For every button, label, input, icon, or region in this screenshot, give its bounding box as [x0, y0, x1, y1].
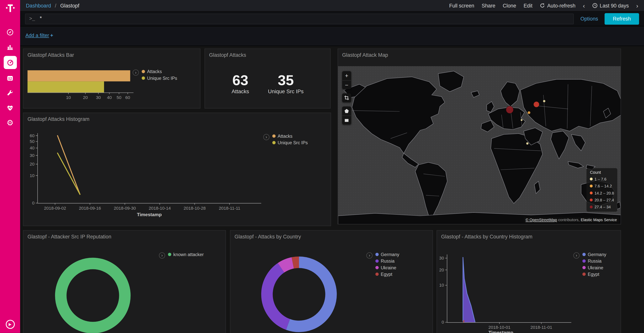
legend-item[interactable]: Ukraine: [582, 265, 606, 270]
legend-item[interactable]: 1 – 7.6: [590, 177, 614, 181]
legend-item[interactable]: Attacks: [272, 134, 308, 139]
legend-label: Russia: [381, 259, 394, 263]
filter-bar: Add a filter+: [20, 27, 644, 46]
openstreetmap-link[interactable]: © OpenStreetMap: [526, 217, 557, 222]
svg-text:30: 30: [96, 95, 101, 100]
breadcrumb-current: Glastopf: [60, 3, 79, 9]
legend-item[interactable]: Ukraine: [376, 265, 400, 270]
query-prompt-icon: >_: [29, 16, 35, 22]
svg-text:2018-10-14: 2018-10-14: [149, 206, 171, 211]
legend-item[interactable]: Attacks: [142, 69, 177, 74]
svg-text:2018-11-11: 2018-11-11: [219, 206, 240, 211]
time-forward-button[interactable]: ›: [636, 3, 638, 9]
rectangle-tool-button[interactable]: [342, 116, 351, 125]
legend-label: 14.2 – 20.8: [594, 191, 614, 195]
panel-title: Glastopf - Attacks by Country: [234, 234, 301, 240]
options-link[interactable]: Options: [580, 16, 598, 22]
sidebar-item-dashboard[interactable]: [4, 56, 17, 69]
sidebar-item-timelion[interactable]: [3, 72, 17, 84]
refresh-button[interactable]: Refresh: [605, 13, 639, 25]
legend-items: AttacksUnique Src IPs: [272, 134, 308, 145]
legend-item[interactable]: Unique Src IPs: [272, 140, 308, 145]
sidebar-item-management[interactable]: ⚙: [3, 117, 17, 128]
t-logo-icon: [5, 3, 15, 13]
sidebar-item-discover[interactable]: [3, 26, 17, 38]
full-screen-button[interactable]: Full screen: [449, 3, 474, 9]
gear-icon: ⚙: [6, 119, 14, 126]
search-input[interactable]: >_ *: [25, 14, 574, 24]
legend-item[interactable]: Egypt: [582, 272, 606, 277]
sidebar-item-visualize[interactable]: [3, 41, 17, 53]
legend-label: Attacks: [278, 134, 292, 139]
legend-color-dot: [582, 259, 586, 263]
legend-item[interactable]: Germany: [376, 252, 400, 257]
legend-item[interactable]: 27.4 – 34: [590, 205, 614, 209]
sidebar-item-monitoring[interactable]: [3, 102, 17, 113]
attack-map-chart[interactable]: [338, 66, 620, 224]
zoom-out-button[interactable]: −: [342, 80, 351, 89]
legend-item[interactable]: Russia: [376, 259, 400, 263]
time-back-button[interactable]: ‹: [583, 3, 585, 9]
dashboard-icon: [6, 58, 14, 67]
legend-label: Russia: [588, 259, 602, 263]
sidebar-item-dev-tools[interactable]: [3, 87, 17, 99]
map-attribution: © OpenStreetMap contributors, Elastic Ma…: [524, 217, 619, 222]
edit-button[interactable]: Edit: [524, 3, 532, 9]
legend-items: AttacksUnique Src IPs: [142, 69, 177, 81]
breadcrumb: Dashboard / Glastopf: [26, 3, 79, 9]
t-mobile-logo[interactable]: [0, 0, 20, 13]
metric-value: 63: [232, 73, 249, 87]
attacks-by-country-donut-chart[interactable]: [230, 231, 432, 333]
legend-toggle-icon[interactable]: ›: [133, 70, 139, 76]
legend-item[interactable]: 20.8 – 27.4: [590, 198, 614, 202]
panel-ip-reputation: Glastopf - Attacker Src IP Reputation › …: [23, 230, 226, 333]
zoom-in-button[interactable]: +: [342, 71, 351, 80]
polygon-icon: [344, 109, 349, 114]
svg-text:50: 50: [30, 139, 34, 144]
elastic-maps-service-link[interactable]: Elastic Maps Service: [581, 217, 617, 222]
breadcrumb-dashboard-link[interactable]: Dashboard: [26, 3, 51, 9]
legend-item[interactable]: Egypt: [376, 272, 400, 277]
legend-toggle-icon[interactable]: ›: [263, 134, 270, 140]
svg-text:30: 30: [30, 153, 34, 158]
polygon-tool-button[interactable]: [342, 107, 351, 116]
legend-item[interactable]: Germany: [582, 252, 606, 257]
sidebar-collapse-button[interactable]: ▶: [6, 320, 14, 329]
legend-toggle-icon[interactable]: ›: [573, 252, 580, 259]
legend-items: 1 – 7.67.6 – 14.214.2 – 20.820.8 – 27.42…: [590, 176, 614, 209]
panel-attacks-metric: Glastopf Attacks 63 Attacks 35 Unique Sr…: [204, 49, 330, 109]
legend-item[interactable]: Russia: [582, 259, 606, 263]
legend-item[interactable]: Unique Src IPs: [142, 76, 177, 81]
metric-label: Attacks: [232, 88, 249, 95]
legend-color-dot: [142, 70, 145, 73]
legend-item[interactable]: known attacker: [168, 252, 204, 257]
legend-toggle-icon[interactable]: ›: [159, 252, 165, 259]
breadcrumb-separator: /: [55, 3, 56, 9]
auto-refresh-button[interactable]: Auto-refresh: [540, 3, 576, 9]
crop-icon: [344, 95, 349, 100]
crop-tool-button[interactable]: [342, 93, 351, 102]
map-legend-title: Count: [590, 170, 614, 175]
world-map[interactable]: + −: [338, 66, 620, 224]
chart-legend: › AttacksUnique Src IPs: [133, 69, 177, 81]
legend-item[interactable]: 14.2 – 20.8: [590, 191, 614, 195]
main-area: Dashboard / Glastopf Full screen Share C…: [20, 0, 644, 333]
ip-reputation-donut-chart[interactable]: [24, 231, 226, 333]
sidebar-nav: ⚙: [0, 26, 20, 128]
svg-text:40: 40: [30, 146, 34, 150]
discover-compass-icon: [6, 28, 14, 36]
legend-toggle-icon[interactable]: ›: [366, 252, 372, 259]
time-picker-button[interactable]: Last 90 days: [592, 3, 629, 9]
legend-label: Attacks: [147, 69, 162, 74]
attacks-by-country-histogram-chart[interactable]: 01020302018-10-012018-11-01Timestamp: [437, 231, 620, 333]
svg-text:10: 10: [66, 95, 71, 100]
legend-item[interactable]: 7.6 – 14.2: [590, 184, 614, 188]
legend-label: Germany: [588, 252, 606, 257]
attacks-histogram-chart[interactable]: 01020304050602018-09-022018-09-162018-09…: [24, 113, 330, 226]
sidebar-footer: ▶: [0, 320, 20, 329]
add-filter-link[interactable]: Add a filter+: [26, 33, 53, 38]
clone-button[interactable]: Clone: [503, 3, 516, 9]
share-button[interactable]: Share: [482, 3, 495, 9]
legend-label: Unique Src IPs: [278, 140, 308, 145]
svg-text:50: 50: [116, 95, 121, 100]
